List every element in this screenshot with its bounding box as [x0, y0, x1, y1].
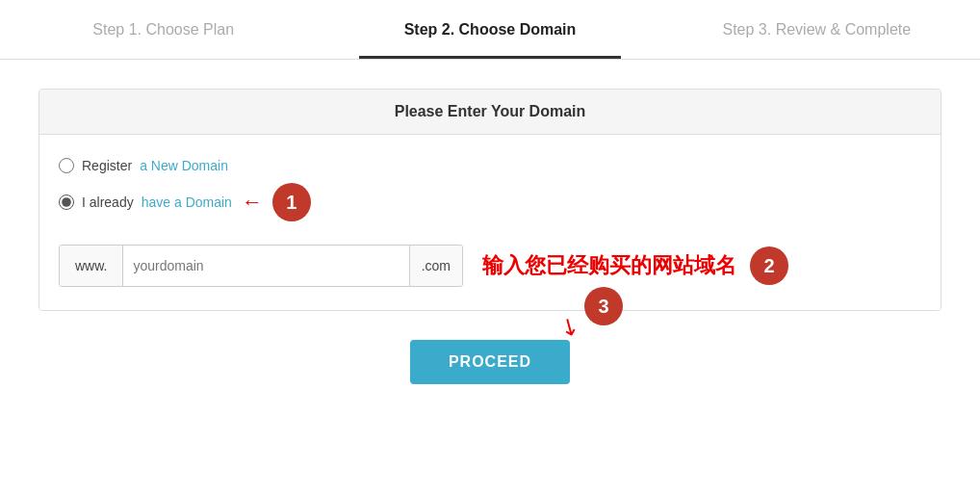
- callout3-wrap: 3 ↘ PROCEED: [410, 340, 570, 384]
- step2-label: Step 2. Choose Domain: [404, 21, 577, 39]
- arrow-annotation-1: ←: [242, 190, 263, 215]
- chinese-annotation: 输入您已经购买的网站域名: [482, 251, 736, 280]
- domain-input-group: www. .com: [59, 245, 463, 287]
- domain-card: Please Enter Your Domain Register a New …: [39, 89, 941, 311]
- domain-row: www. .com 输入您已经购买的网站域名 2: [59, 245, 921, 287]
- new-domain-link[interactable]: a New Domain: [140, 158, 228, 173]
- radio-new-domain[interactable]: [59, 158, 74, 173]
- radio-existing-domain[interactable]: [59, 194, 74, 210]
- callout3-arrow-icon: ↘: [554, 310, 584, 343]
- domain-prefix: www.: [60, 246, 123, 286]
- radio-existing-label: I already: [82, 194, 134, 210]
- proceed-area: 3 ↘ PROCEED: [39, 340, 941, 384]
- radio-new-label: Register: [82, 158, 132, 173]
- radio-group: Register a New Domain I already have a D…: [59, 158, 921, 221]
- step-nav: Step 1. Choose Plan Step 2. Choose Domai…: [0, 0, 980, 60]
- step1-label: Step 1. Choose Plan: [92, 21, 234, 39]
- step2-nav[interactable]: Step 2. Choose Domain: [326, 0, 653, 59]
- main-content: Please Enter Your Domain Register a New …: [0, 60, 980, 413]
- step1-nav[interactable]: Step 1. Choose Plan: [0, 0, 326, 59]
- card-header: Please Enter Your Domain: [39, 90, 941, 135]
- radio-option-new-domain[interactable]: Register a New Domain: [59, 158, 921, 173]
- callout-2: 2: [750, 246, 788, 285]
- domain-suffix: .com: [409, 246, 462, 286]
- have-domain-link[interactable]: have a Domain: [142, 194, 232, 210]
- domain-input[interactable]: [123, 246, 408, 286]
- step3-nav[interactable]: Step 3. Review & Complete: [654, 0, 980, 59]
- callout-3: 3: [584, 287, 623, 325]
- radio-option-existing-domain[interactable]: I already have a Domain: [59, 194, 232, 210]
- card-body: Register a New Domain I already have a D…: [39, 135, 941, 310]
- proceed-button[interactable]: PROCEED: [410, 340, 570, 384]
- callout-1: 1: [272, 183, 311, 221]
- step3-label: Step 3. Review & Complete: [722, 21, 911, 39]
